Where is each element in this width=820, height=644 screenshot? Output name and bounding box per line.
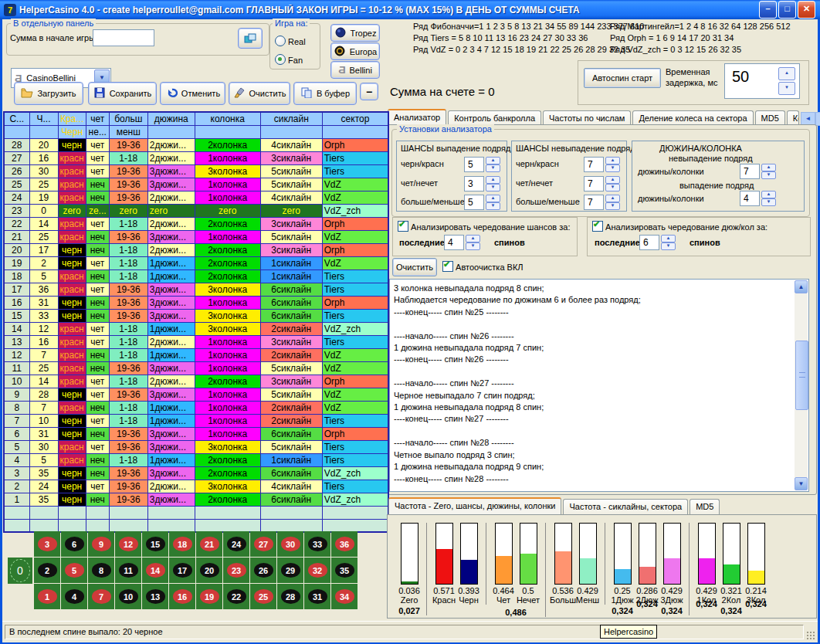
spin-down-icon[interactable]: ▼ <box>761 198 776 206</box>
close-button[interactable]: ✕ <box>798 1 815 19</box>
chance-hit-spinner[interactable]: 3▲▼ <box>464 176 500 192</box>
board-cell-12[interactable]: 12 <box>115 531 141 557</box>
board-cell-35[interactable]: 35 <box>331 558 357 583</box>
spin-down-icon[interactable]: ▼ <box>661 242 676 250</box>
detach-panel-button[interactable] <box>238 28 263 49</box>
minimize-button[interactable]: – <box>759 1 777 19</box>
autospin-start-button[interactable]: Автоспин старт <box>584 68 661 88</box>
spin-down-icon[interactable]: ▼ <box>761 171 776 179</box>
spin-down-icon[interactable]: ▼ <box>486 184 500 192</box>
column-header[interactable] <box>4 125 29 138</box>
casino-button-europa[interactable]: Europa <box>330 42 380 60</box>
board-cell-7[interactable]: 7 <box>88 584 114 609</box>
column-header[interactable]: Кра... <box>58 112 86 125</box>
spin-up-icon[interactable]: ▲ <box>661 235 676 242</box>
column-header[interactable]: не... <box>86 125 109 138</box>
column-header[interactable] <box>260 125 322 138</box>
spin-down-icon[interactable]: ▼ <box>605 184 620 192</box>
column-header[interactable]: колонка <box>195 112 260 125</box>
delay-spin-up[interactable]: ▲ <box>778 67 795 80</box>
column-header[interactable] <box>322 125 388 138</box>
board-cell-21[interactable]: 21 <box>196 531 222 557</box>
board-cell-30[interactable]: 30 <box>277 531 303 557</box>
column-header[interactable]: чет <box>86 112 109 125</box>
spin-up-icon[interactable]: ▲ <box>605 157 620 164</box>
board-cell-25[interactable]: 25 <box>250 584 276 609</box>
column-header[interactable]: сектор <box>322 112 388 125</box>
spin-up-icon[interactable]: ▲ <box>486 157 500 164</box>
delay-value[interactable]: 50 <box>732 68 749 86</box>
board-cell-23[interactable]: 23 <box>223 558 249 583</box>
board-cell-8[interactable]: 8 <box>88 558 114 583</box>
board-cell-9[interactable]: 9 <box>88 531 114 557</box>
column-header[interactable]: С... <box>4 112 29 125</box>
board-cell-15[interactable]: 15 <box>142 531 168 557</box>
alt-chances-spinner[interactable]: 4 ▲▼ <box>444 235 480 250</box>
casino-button-tropez[interactable]: Tropez <box>330 24 380 42</box>
log-scrollbar[interactable]: ▲ ▼ <box>795 280 808 490</box>
autoclear-checkbox[interactable]: Автоочистка ВКЛ <box>442 261 524 272</box>
board-cell-0[interactable]: 0 <box>8 558 32 584</box>
casino-button-bellini[interactable]: ƋBellini <box>330 61 380 79</box>
board-cell-28[interactable]: 28 <box>277 584 303 609</box>
spin-down-icon[interactable]: ▼ <box>605 164 620 172</box>
spin-up-icon[interactable]: ▲ <box>466 235 480 242</box>
spin-up-icon[interactable]: ▲ <box>605 195 620 202</box>
spin-up-icon[interactable]: ▲ <box>761 191 776 198</box>
board-cell-13[interactable]: 13 <box>142 584 168 609</box>
spin-down-icon[interactable]: ▼ <box>486 202 500 210</box>
board-cell-18[interactable]: 18 <box>169 531 195 557</box>
maximize-button[interactable]: □ <box>778 1 796 19</box>
spinner-value[interactable]: 7 <box>584 195 604 210</box>
chance-hit-spinner[interactable]: 5▲▼ <box>464 195 500 210</box>
spinner-value[interactable]: 5 <box>464 195 484 210</box>
board-cell-34[interactable]: 34 <box>331 584 357 609</box>
board-cell-27[interactable]: 27 <box>250 531 276 557</box>
board-cell-36[interactable]: 36 <box>331 531 357 557</box>
spinner-value[interactable]: 5 <box>464 157 484 172</box>
board-cell-20[interactable]: 20 <box>196 558 222 583</box>
column-header[interactable]: Черн <box>58 125 86 138</box>
chance-miss-spinner[interactable]: 7▲▼ <box>584 157 620 172</box>
board-cell-1[interactable]: 1 <box>34 584 60 609</box>
board-cell-29[interactable]: 29 <box>277 558 303 583</box>
spin-up-icon[interactable]: ▲ <box>761 164 776 171</box>
resize-grip[interactable] <box>806 631 815 640</box>
spinner-value[interactable]: 3 <box>464 176 484 192</box>
radio-real[interactable]: Real <box>275 36 306 46</box>
board-cell-5[interactable]: 5 <box>61 558 87 583</box>
dozen-miss-spinner[interactable]: 7 ▲▼ <box>740 164 776 179</box>
chart-tab-2[interactable]: Частота - сиклайны, сектора <box>563 499 688 516</box>
spin-up-icon[interactable]: ▲ <box>486 195 500 202</box>
scroll-thumb[interactable] <box>795 341 808 410</box>
alt-dozens-spinner[interactable]: 6 ▲▼ <box>639 235 676 250</box>
column-header[interactable] <box>29 125 58 138</box>
board-cell-2[interactable]: 2 <box>34 558 60 583</box>
chart-tab-3[interactable]: MD5 <box>690 499 720 516</box>
board-cell-16[interactable]: 16 <box>169 584 195 609</box>
board-cell-6[interactable]: 6 <box>61 531 87 557</box>
chance-hit-spinner[interactable]: 5▲▼ <box>464 157 500 172</box>
chance-miss-spinner[interactable]: 7▲▼ <box>584 176 620 192</box>
spinner-value[interactable]: 7 <box>584 157 604 172</box>
title-bar[interactable]: 7 HelperCasino 4.0 - create helperroulle… <box>0 0 820 19</box>
scroll-up-icon[interactable]: ▲ <box>795 280 808 293</box>
board-cell-4[interactable]: 4 <box>61 584 87 609</box>
column-header[interactable]: дюжина <box>147 112 195 125</box>
toolbar-button-5[interactable]: В буфер <box>293 82 357 105</box>
spin-up-icon[interactable]: ▲ <box>605 176 620 184</box>
start-sum-input[interactable] <box>93 29 154 46</box>
alt-chances-checkbox[interactable]: Анализировать чередование шансов за: <box>398 221 570 232</box>
spin-down-icon[interactable]: ▼ <box>605 202 620 210</box>
dozen-hit-spinner[interactable]: 4 ▲▼ <box>740 191 776 206</box>
board-cell-17[interactable]: 17 <box>169 558 195 583</box>
delay-spin-down[interactable]: ▼ <box>778 82 795 95</box>
board-cell-26[interactable]: 26 <box>250 558 276 583</box>
tab-scroll-right-icon[interactable]: ► <box>815 112 820 126</box>
column-header[interactable]: сиклайн <box>260 112 322 125</box>
toolbar-button-4[interactable]: Очистить <box>229 82 290 105</box>
column-header[interactable] <box>147 125 195 138</box>
board-cell-33[interactable]: 33 <box>304 531 330 557</box>
board-cell-11[interactable]: 11 <box>115 558 141 583</box>
alt-dozens-checkbox[interactable]: Анализировать чередование дюж/кол за: <box>592 221 767 232</box>
